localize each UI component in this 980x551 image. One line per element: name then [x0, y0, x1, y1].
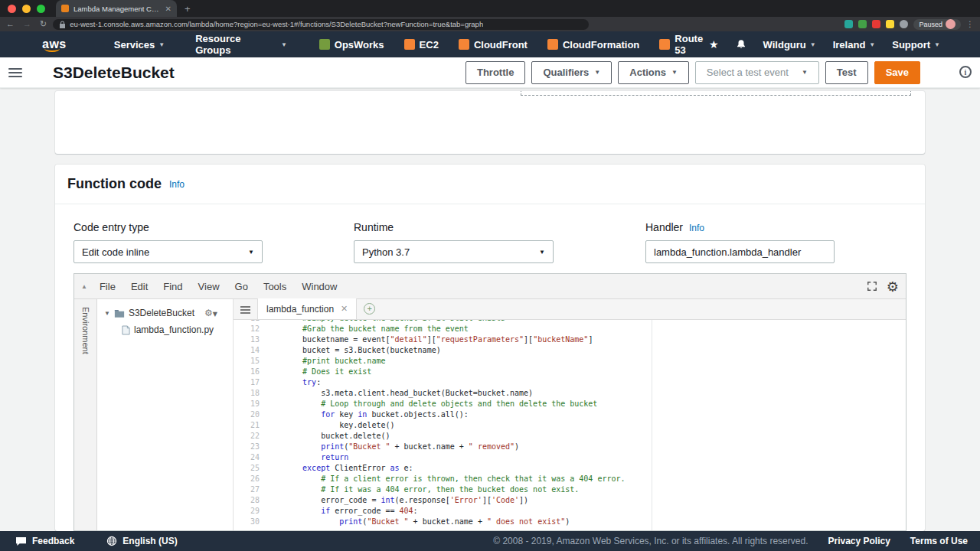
menubar-collapse-icon[interactable]: ▲ [81, 283, 87, 290]
editor-body: Environment ▼ S3DeleteBucket ⚙▼ lambda_f… [74, 299, 906, 530]
save-button[interactable]: Save [874, 61, 920, 84]
runtime-select[interactable]: Python 3.7 ▼ [354, 240, 554, 263]
forward-icon[interactable]: → [23, 19, 31, 29]
chevron-down-icon: ▼ [671, 69, 678, 76]
new-editor-tab-icon[interactable]: + [364, 303, 375, 315]
menu-tools[interactable]: Tools [256, 281, 294, 292]
code-text: print("Bucket " + bucket.name + " does n… [267, 517, 570, 527]
nav-shortcut-cloudfront[interactable]: CloudFront [459, 33, 528, 56]
menu-find[interactable]: Find [155, 281, 190, 292]
test-button[interactable]: Test [825, 61, 868, 84]
nav-resource-groups[interactable]: Resource Groups▼ [195, 33, 287, 56]
code-line: 24 return [234, 452, 906, 463]
tab-list-icon[interactable] [240, 306, 250, 314]
code-entry-type-select[interactable]: Edit code inline ▼ [74, 240, 263, 263]
nav-account[interactable]: Wildguru▼ [763, 39, 816, 51]
nav-services[interactable]: Services▼ [114, 39, 165, 51]
editor-settings-gear-icon[interactable]: ⚙ [887, 279, 899, 295]
menu-window[interactable]: Window [294, 281, 345, 292]
hamburger-menu-icon[interactable] [8, 68, 22, 77]
extension-icon[interactable] [900, 20, 908, 28]
line-number: 16 [234, 367, 267, 377]
menu-file[interactable]: File [92, 281, 123, 292]
chevron-down-icon: ▼ [281, 41, 287, 48]
tree-folder-row[interactable]: ▼ S3DeleteBucket ⚙▼ [97, 305, 233, 321]
service-label: OpsWorks [335, 39, 384, 51]
code-entry-type-label: Code entry type [74, 221, 263, 233]
throttle-button[interactable]: Throttle [466, 61, 525, 84]
extension-icon[interactable] [858, 20, 867, 28]
tree-expand-icon[interactable]: ▼ [104, 310, 110, 317]
line-number: 21 [234, 420, 267, 431]
nav-region[interactable]: Ireland▼ [833, 39, 876, 51]
tab-close-icon[interactable]: ✕ [165, 5, 172, 13]
browser-tab[interactable]: Lambda Management Console ✕ [56, 0, 177, 17]
code-text: #print bucket.name [267, 356, 385, 367]
nav-shortcut-route-53[interactable]: Route 53 [659, 33, 709, 56]
code-line: 27 # If it was a 404 error, then the buc… [234, 484, 906, 495]
handler-info-link[interactable]: Info [689, 223, 704, 233]
code-area[interactable]: 11 #Simply delete the bucket if it still… [234, 320, 906, 530]
new-tab-button[interactable]: + [185, 3, 191, 15]
code-text: bucketname = event["detail"]["requestPar… [267, 334, 593, 345]
code-line: 15 #print bucket.name [234, 356, 906, 367]
code-text: bucket.delete() [267, 431, 390, 442]
info-link[interactable]: Info [169, 179, 185, 190]
service-icon [659, 39, 670, 50]
menu-view[interactable]: View [191, 281, 227, 292]
line-number: 18 [234, 388, 267, 399]
code-line: 14 bucket = s3.Bucket(bucketname) [234, 345, 906, 356]
code-lines: 11 #Simply delete the bucket if it still… [234, 320, 906, 527]
code-text: key.delete() [267, 420, 395, 431]
code-line: 18 s3.meta.client.head_bucket(Bucket=buc… [234, 388, 906, 399]
test-event-select[interactable]: Select a test event▼ [695, 61, 819, 84]
zoom-window-button[interactable] [37, 5, 45, 13]
tree-file-row[interactable]: lambda_function.py [97, 321, 233, 338]
extension-icon[interactable] [844, 20, 853, 28]
environment-strip[interactable]: Environment [74, 299, 97, 530]
file-name: lambda_function.py [134, 324, 214, 335]
code-text: except ClientError as e: [267, 463, 413, 474]
language-selector[interactable]: English (US) [106, 536, 177, 546]
notifications-bell-icon[interactable] [736, 39, 746, 50]
info-icon[interactable]: i [959, 66, 972, 78]
minimize-window-button[interactable] [22, 5, 31, 13]
nav-shortcut-opsworks[interactable]: OpsWorks [319, 33, 384, 56]
environment-label: Environment [81, 307, 90, 530]
menu-go[interactable]: Go [227, 281, 256, 292]
profile-paused-badge[interactable]: Paused [913, 19, 961, 30]
chevron-down-icon: ▼ [934, 41, 940, 48]
extension-icon[interactable] [886, 20, 894, 28]
close-window-button[interactable] [8, 5, 16, 13]
terms-of-use-link[interactable]: Terms of Use [910, 536, 968, 546]
close-tab-icon[interactable]: ✕ [341, 304, 348, 314]
editor-tab-bar: lambda_function ✕ + [234, 299, 906, 320]
address-bar[interactable]: eu-west-1.console.aws.amazon.com/lambda/… [53, 19, 589, 30]
aws-logo[interactable]: aws [42, 37, 67, 51]
language-label: English (US) [122, 536, 177, 546]
nav-shortcut-cloudformation[interactable]: CloudFormation [547, 33, 639, 56]
nav-support[interactable]: Support▼ [892, 39, 940, 51]
menu-edit[interactable]: Edit [123, 281, 155, 292]
favorites-star-icon[interactable]: ★ [709, 38, 719, 51]
qualifiers-button[interactable]: Qualifiers▼ [531, 61, 612, 84]
feedback-label: Feedback [32, 536, 74, 546]
line-number: 12 [234, 324, 267, 334]
editor-tab-active[interactable]: lambda_function ✕ [257, 298, 357, 319]
tree-settings-gear-icon[interactable]: ⚙▼ [204, 308, 217, 318]
extension-icon[interactable] [872, 20, 880, 28]
code-text: print("Bucket " + bucket.name + " remove… [267, 442, 519, 452]
back-icon[interactable]: ← [6, 19, 15, 29]
code-text: # Does it exist [267, 367, 371, 377]
code-entry-type-value: Edit code inline [82, 246, 149, 258]
privacy-policy-link[interactable]: Privacy Policy [828, 536, 890, 546]
nav-shortcut-ec2[interactable]: EC2 [404, 33, 439, 56]
browser-menu-icon[interactable]: ⋮ [966, 20, 974, 28]
code-text: # If it was a 404 error, then the bucket… [267, 484, 579, 495]
feedback-button[interactable]: Feedback [15, 536, 74, 546]
reload-icon[interactable]: ↻ [40, 19, 47, 29]
fullscreen-icon[interactable] [867, 281, 877, 292]
handler-input[interactable]: lambda_function.lambda_handler [645, 240, 835, 263]
code-line: 23 print("Bucket " + bucket.name + " rem… [234, 442, 906, 452]
actions-button[interactable]: Actions▼ [618, 61, 689, 84]
